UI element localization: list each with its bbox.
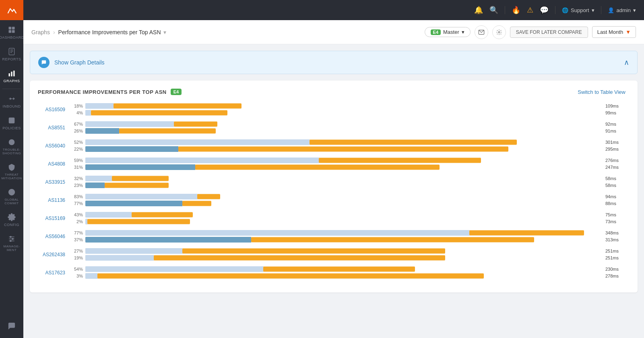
breadcrumb-current: Performance Improvements per Top ASN ▾ xyxy=(58,29,166,35)
sidebar-item-dashboard[interactable]: DASHBOARD xyxy=(0,22,23,44)
asn-label[interactable]: AS17623 xyxy=(38,270,70,276)
sidebar-item-threat[interactable]: THREAT MITIGATION xyxy=(0,159,23,184)
bar-row: 2%73ms xyxy=(70,219,625,224)
sidebar: DASHBOARD REPORTS GRAPHS INBOUND POLICIE… xyxy=(0,0,23,338)
bar-row: 18%109ms xyxy=(70,103,625,109)
logo[interactable] xyxy=(0,0,23,20)
asn-label[interactable]: AS16509 xyxy=(38,107,70,112)
bar-pct-label: 22% xyxy=(70,147,83,151)
asn-bars: 32%58ms23%58ms xyxy=(70,176,625,188)
breadcrumb-root[interactable]: Graphs xyxy=(31,29,50,35)
asn-bars: 67%92ms26%91ms xyxy=(70,121,625,134)
bar-ms-label: 251ms xyxy=(605,255,625,260)
bar-ms-label: 91ms xyxy=(605,129,625,133)
asn-bars: 54%230ms3%278ms xyxy=(70,266,625,279)
asn-label[interactable]: AS4808 xyxy=(38,161,70,167)
switch-table-btn[interactable]: Switch to Table View xyxy=(578,89,625,95)
last-month-btn[interactable]: Last Month ▼ xyxy=(592,26,636,38)
asn-bars: 43%75ms2%73ms xyxy=(70,212,625,224)
asn-label[interactable]: AS56040 xyxy=(38,143,70,149)
svg-point-29 xyxy=(12,238,13,239)
bar-ms-label: 88ms xyxy=(605,201,625,206)
asn-group: AS3391532%58ms23%58ms xyxy=(38,176,625,188)
bell-icon[interactable]: 🔔 xyxy=(474,6,483,15)
save-compare-btn[interactable]: SAVE FOR LATER COMPARE xyxy=(510,27,588,38)
bar-track xyxy=(85,237,601,243)
last-month-label: Last Month xyxy=(597,29,623,35)
sidebar-item-management[interactable]: MANAGE-MENT xyxy=(0,231,23,256)
bar-row: 83%94ms xyxy=(70,194,625,199)
asn-group: AS5604052%301ms22%295ms xyxy=(38,139,625,152)
svg-rect-2 xyxy=(12,27,15,30)
support-label: Support xyxy=(571,7,589,13)
admin-btn[interactable]: 👤 admin ▾ xyxy=(608,7,636,13)
graph-details-chevron: ∧ xyxy=(624,58,629,67)
bar-track xyxy=(85,139,601,145)
bar-ms-label: 75ms xyxy=(605,212,625,217)
sidebar-item-reports[interactable]: REPORTS xyxy=(0,44,23,65)
bar-ms-label: 58ms xyxy=(605,183,625,188)
bar-pct-label: 19% xyxy=(70,255,83,260)
asn-label[interactable]: AS262438 xyxy=(38,252,70,257)
bar-pct-label: 4% xyxy=(70,110,83,115)
page-header-actions: E4 Master ▾ SAVE FOR LATER COMPARE Last … xyxy=(425,25,636,39)
sidebar-item-policies[interactable]: POLICIES xyxy=(0,112,23,134)
bar-pct-label: 37% xyxy=(70,237,83,242)
asn-bars: 77%348ms37%313ms xyxy=(70,230,625,243)
warning-icon[interactable]: ⚠ xyxy=(527,6,533,15)
breadcrumb-dropdown-icon[interactable]: ▾ xyxy=(163,29,166,35)
bar-ms-label: 278ms xyxy=(605,274,625,278)
sidebar-item-troubleshooting[interactable]: TROUBLE-SHOOTING xyxy=(0,134,23,159)
asn-bars: 27%251ms19%251ms xyxy=(70,248,625,261)
bar-pct-label: 67% xyxy=(70,122,83,126)
bar-ms-label: 301ms xyxy=(605,140,625,145)
router-selector[interactable]: E4 Master ▾ xyxy=(425,27,471,37)
svg-rect-11 xyxy=(13,71,14,76)
breadcrumb-separator: › xyxy=(53,29,55,35)
asn-label[interactable]: AS15169 xyxy=(38,216,70,221)
sidebar-item-inbound[interactable]: INBOUND xyxy=(0,91,23,112)
bar-row: 19%251ms xyxy=(70,255,625,261)
bar-ms-label: 230ms xyxy=(605,267,625,272)
bar-track xyxy=(85,103,601,109)
support-chevron: ▾ xyxy=(592,7,594,13)
settings-icon-btn[interactable] xyxy=(492,25,506,39)
svg-rect-1 xyxy=(9,27,12,30)
message-icon[interactable]: 💬 xyxy=(540,6,549,15)
sidebar-label-inbound: INBOUND xyxy=(2,104,21,108)
bar-pct-label: 18% xyxy=(70,104,83,108)
graph-details-panel[interactable]: Show Graph Details ∧ xyxy=(30,51,638,74)
chart-title: PERFORMANCE IMPROVEMENTS PER TOP ASN xyxy=(38,89,167,95)
support-btn[interactable]: 🌐 Support ▾ xyxy=(562,7,594,13)
bar-chart: AS1650918%109ms4%99msAS855167%92ms26%91m… xyxy=(38,103,625,279)
fire-icon[interactable]: 🔥 xyxy=(512,6,520,15)
bar-row: 67%92ms xyxy=(70,121,625,127)
sidebar-item-config[interactable]: CONFIG xyxy=(0,209,23,231)
bar-pct-label: 26% xyxy=(70,129,83,133)
sidebar-item-chat[interactable] xyxy=(0,318,23,334)
bar-pct-label: 77% xyxy=(70,201,83,206)
bar-track xyxy=(85,121,601,127)
bar-ms-label: 295ms xyxy=(605,147,625,151)
sidebar-item-global-commit[interactable]: GLOBAL COMMIT xyxy=(0,184,23,209)
asn-label[interactable]: AS1136 xyxy=(38,197,70,203)
svg-rect-12 xyxy=(9,118,14,123)
chart-container: PERFORMANCE IMPROVEMENTS PER TOP ASN E4 … xyxy=(30,81,638,292)
bar-ms-label: 109ms xyxy=(605,104,625,108)
asn-label[interactable]: AS8551 xyxy=(38,125,70,131)
email-icon-btn[interactable] xyxy=(475,25,488,39)
asn-label[interactable]: AS33915 xyxy=(38,179,70,185)
graph-details-label: Show Graph Details xyxy=(54,59,105,66)
asn-label[interactable]: AS56046 xyxy=(38,234,70,239)
sidebar-item-graphs[interactable]: GRAPHS xyxy=(0,65,23,87)
bar-ms-label: 92ms xyxy=(605,122,625,126)
chart-e4-badge: E4 xyxy=(171,89,182,95)
bar-ms-label: 276ms xyxy=(605,158,625,163)
filter-icon: ▼ xyxy=(625,29,631,35)
bar-pct-label: 43% xyxy=(70,212,83,217)
bar-track xyxy=(85,212,601,218)
search-icon[interactable]: 🔍 xyxy=(489,6,498,15)
bar-track xyxy=(85,110,601,116)
sidebar-label-dashboard: DASHBOARD xyxy=(0,35,24,39)
bar-row: 27%251ms xyxy=(70,248,625,254)
